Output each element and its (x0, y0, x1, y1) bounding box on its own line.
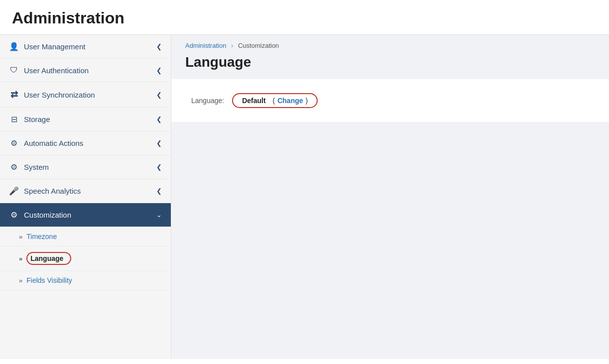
sidebar-item-label: Speech Analytics (24, 187, 81, 195)
speech-analytics-icon: 🎤 (9, 186, 19, 196)
language-default-value: Default (242, 97, 265, 105)
chevron-icon: ❮ (156, 139, 162, 147)
language-value-container: Default (Change) (232, 93, 318, 108)
sub-arrow-icon: » (19, 233, 22, 241)
sidebar-item-speech-analytics[interactable]: 🎤 Speech Analytics ❮ (0, 179, 171, 203)
breadcrumb-administration[interactable]: Administration (185, 42, 226, 49)
sidebar-item-storage[interactable]: ⊟ Storage ❮ (0, 108, 171, 131)
sidebar-subitems: » Timezone » Language » Fields Visibilit… (0, 227, 171, 290)
sidebar-item-label: Storage (24, 115, 50, 123)
sidebar-item-user-management[interactable]: 👤 User Management ❮ (0, 35, 171, 59)
change-language-link[interactable]: Change (277, 97, 303, 105)
sidebar-item-automatic-actions[interactable]: ⚙ Automatic Actions ❮ (0, 131, 171, 155)
sub-arrow-icon: » (19, 277, 22, 284)
user-management-icon: 👤 (9, 42, 19, 51)
subitem-language-label: Language (30, 254, 63, 262)
customization-icon: ⚙ (9, 210, 19, 220)
sidebar-item-label: Customization (24, 211, 71, 219)
chevron-icon: ❮ (156, 91, 162, 99)
sidebar-item-user-authentication[interactable]: 🛡 User Authentication ❮ (0, 59, 171, 82)
main-content: Administration › Customization Language … (171, 35, 609, 359)
sidebar-item-label: User Synchronization (24, 91, 95, 99)
chevron-icon: ❮ (156, 187, 162, 195)
system-icon: ⚙ (9, 162, 19, 172)
sidebar-subitem-fields-visibility[interactable]: » Fields Visibility (0, 271, 171, 290)
sidebar-item-customization[interactable]: ⚙ Customization ⌄ (0, 203, 171, 227)
language-field-label: Language: (191, 97, 224, 105)
automatic-actions-icon: ⚙ (9, 138, 19, 148)
content-title: Language (171, 52, 609, 79)
chevron-icon: ❮ (156, 43, 162, 50)
sidebar-item-label: Automatic Actions (24, 139, 83, 147)
sidebar: 👤 User Management ❮ 🛡 User Authenticatio… (0, 35, 171, 359)
sidebar-item-label: System (24, 163, 49, 171)
chevron-icon: ❮ (156, 163, 162, 171)
change-language-paren-close: ) (306, 97, 308, 105)
breadcrumb-separator: › (231, 42, 233, 49)
sidebar-item-user-synchronization[interactable]: ⇄ User Synchronization ❮ (0, 82, 171, 108)
subitem-fields-visibility-label: Fields Visibility (26, 276, 72, 284)
sidebar-subitem-language[interactable]: » Language (0, 246, 171, 271)
sub-arrow-icon: » (19, 255, 22, 262)
sidebar-item-label: User Management (24, 42, 85, 51)
breadcrumb: Administration › Customization (171, 35, 609, 52)
page-header: Administration (0, 0, 609, 35)
chevron-icon: ❮ (156, 67, 162, 74)
storage-icon: ⊟ (9, 115, 19, 124)
language-row: Language: Default (Change) (191, 93, 589, 108)
content-card: Language: Default (Change) (171, 79, 609, 122)
sidebar-subitem-timezone[interactable]: » Timezone (0, 227, 171, 246)
user-authentication-icon: 🛡 (9, 66, 19, 75)
subitem-timezone-label: Timezone (26, 233, 57, 241)
sidebar-item-system[interactable]: ⚙ System ❮ (0, 155, 171, 179)
user-synchronization-icon: ⇄ (9, 89, 19, 100)
space (268, 97, 270, 105)
chevron-icon: ❮ (156, 116, 162, 123)
sidebar-item-label: User Authentication (24, 66, 89, 75)
page-title: Administration (12, 9, 597, 27)
chevron-down-icon: ⌄ (156, 211, 162, 219)
breadcrumb-customization: Customization (238, 42, 279, 49)
change-language-paren-open: ( (273, 97, 275, 105)
